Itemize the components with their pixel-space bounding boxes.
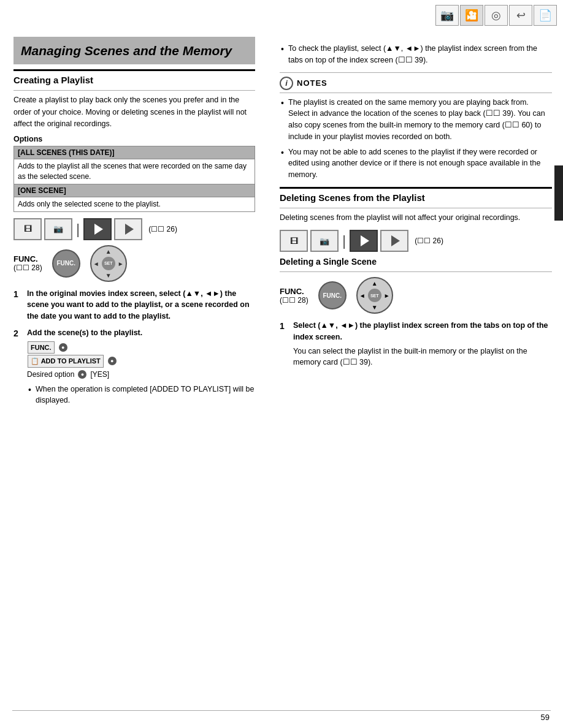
icon-row-ref-2: (☐☐ 26) <box>415 237 443 245</box>
step-1: 1 In the original movies index screen, s… <box>13 288 255 322</box>
icon-row-ref-1: (☐☐ 26) <box>148 225 177 233</box>
step-1-text: In the original movies index screen, sel… <box>27 289 250 321</box>
func-inline-box: FUNC. <box>28 341 55 354</box>
deleting-divider <box>280 187 552 189</box>
icon-camera-2: 📷 <box>310 230 339 252</box>
main-divider <box>13 69 255 71</box>
step-r1-text: Select (▲▼, ◄►) the playlist index scree… <box>293 321 548 341</box>
deleting-playlist-heading: Deleting Scenes from the Playlist <box>280 192 552 203</box>
func-ref-1: (☐☐ 28) <box>13 264 42 272</box>
deleting-playlist-body: Deleting scenes from the playlist will n… <box>280 212 552 224</box>
func-label-2: FUNC. <box>280 287 308 296</box>
step-2-bullet-1: When the operation is completed [ADDED T… <box>27 384 255 407</box>
step-2-content: Add the scene(s) to the playlist. FUNC. … <box>27 327 255 410</box>
note-2: You may not be able to add scenes to the… <box>280 146 552 181</box>
deleting-single-heading: Deleting a Single Scene <box>280 257 552 267</box>
right-top-bullets: To check the playlist, select (▲▼, ◄►) t… <box>280 43 552 66</box>
info-icon: i <box>280 77 293 90</box>
step-r1-body: You can select the playlist in the built… <box>293 346 552 369</box>
right-bullet-1: To check the playlist, select (▲▼, ◄►) t… <box>280 43 552 66</box>
icon-camera: 📷 <box>44 218 72 240</box>
top-icon-back[interactable]: ↩ <box>509 5 532 26</box>
add-playlist-box: 📋 ADD TO PLAYLIST <box>28 355 104 368</box>
circle-2: ● <box>108 357 117 365</box>
option-1-header: [ALL SCENES (THIS DATE)] <box>14 146 255 159</box>
func-row-2: FUNC. (☐☐ 28) FUNC. ▲ ▼ ◄ ► SET <box>280 277 552 314</box>
arrow-down-1: ▼ <box>105 272 112 279</box>
substep-3: Desired option ● [YES] <box>27 369 255 380</box>
option-row-1-body: Adds to the playlist all the scenes that… <box>14 159 255 184</box>
arrow-up-1: ▲ <box>105 248 112 255</box>
top-icon-circle[interactable]: ◎ <box>484 5 508 26</box>
section-title-box: Managing Scenes and the Memory <box>13 37 255 64</box>
separator-1: | <box>76 221 80 238</box>
icon-film-2: 🎞 <box>280 230 308 252</box>
icon-play-inactive-2 <box>380 230 408 252</box>
arrow-left-1: ◄ <box>93 260 99 267</box>
option-row-2-body: Adds only the selected scene to the play… <box>14 197 255 211</box>
set-inner-2: SET <box>368 289 381 302</box>
page-number: 59 <box>541 713 550 722</box>
step-2-bullets: When the operation is completed [ADDED T… <box>27 384 255 407</box>
desired-option-text: Desired option <box>27 369 74 380</box>
step-2-heading: Add the scene(s) to the playlist. <box>27 328 142 337</box>
top-icon-video[interactable]: 🎦 <box>460 5 483 26</box>
step-r1-num: 1 <box>280 320 289 368</box>
func-button-2[interactable]: FUNC. <box>318 281 347 309</box>
left-column: Managing Scenes and the Memory Creating … <box>0 37 269 710</box>
icon-play-inactive <box>114 218 142 240</box>
sub-divider-1 <box>13 90 255 91</box>
notes-title: NOTES <box>297 78 327 88</box>
notes-divider-top <box>280 72 552 73</box>
icon-row-2: 🎞 📷 | (☐☐ 26) <box>280 230 552 252</box>
top-icon-bar: 📷 🎦 ◎ ↩ 📄 <box>435 5 557 26</box>
set-button-2[interactable]: ▲ ▼ ◄ ► SET <box>356 277 393 314</box>
arrow-down-2: ▼ <box>372 304 378 311</box>
deleting-sub-divider <box>280 208 552 208</box>
arrow-right-1: ► <box>118 260 124 267</box>
func-label-1: FUNC. <box>13 254 42 264</box>
separator-2: | <box>342 232 346 249</box>
circle-1: ● <box>59 343 67 352</box>
icon-row-1: 🎞 📷 | (☐☐ 26) <box>13 218 255 240</box>
yes-text: [YES] <box>90 369 109 380</box>
step-1-num: 1 <box>13 288 23 322</box>
option-2-header: [ONE SCENE] <box>14 184 255 197</box>
func-row-1: FUNC. (☐☐ 28) FUNC. ▲ ▼ ◄ ► SET <box>13 245 255 282</box>
creating-playlist-body: Create a playlist to play back only the … <box>13 94 255 130</box>
arrow-left-2: ◄ <box>359 292 366 299</box>
note-1: The playlist is created on the same memo… <box>280 97 552 143</box>
option-2-body: Adds only the selected scene to the play… <box>14 197 255 211</box>
options-table: [ALL SCENES (THIS DATE)] Adds to the pla… <box>13 146 255 211</box>
notes-header: i NOTES <box>280 77 552 93</box>
bottom-divider <box>12 710 551 711</box>
notes-box: i NOTES The playlist is created on the s… <box>280 77 552 181</box>
option-1-body: Adds to the playlist all the scenes that… <box>14 159 255 184</box>
top-icon-doc[interactable]: 📄 <box>534 5 557 26</box>
step-2-num: 2 <box>13 327 23 410</box>
substep-1: FUNC. ● <box>27 341 255 354</box>
page-title: Managing Scenes and the Memory <box>21 43 248 58</box>
set-button-1[interactable]: ▲ ▼ ◄ ► SET <box>90 245 127 282</box>
icon-play-active <box>83 218 112 240</box>
icon-film: 🎞 <box>13 218 42 240</box>
single-scene-divider <box>280 271 552 272</box>
substep-2: 📋 ADD TO PLAYLIST ● <box>27 355 255 368</box>
top-icon-photo[interactable]: 📷 <box>435 5 459 26</box>
step-r1-content: Select (▲▼, ◄►) the playlist index scree… <box>293 320 552 368</box>
func-button-1[interactable]: FUNC. <box>52 249 80 278</box>
arrow-right-2: ► <box>384 292 390 299</box>
options-label: Options <box>13 135 255 143</box>
right-column: To check the playlist, select (▲▼, ◄►) t… <box>269 37 563 710</box>
arrow-up-2: ▲ <box>372 280 378 287</box>
step-r1: 1 Select (▲▼, ◄►) the playlist index scr… <box>280 320 552 368</box>
notes-list: The playlist is created on the same memo… <box>280 97 552 181</box>
func-ref-2: (☐☐ 28) <box>280 296 308 305</box>
func-btn-label-2: FUNC. <box>323 292 342 299</box>
option-row-2: [ONE SCENE] <box>14 184 255 197</box>
circle-3: ● <box>78 370 86 379</box>
step-2-substeps: FUNC. ● 📋 ADD TO PLAYLIST ● Desired opti… <box>27 341 255 380</box>
creating-playlist-heading: Creating a Playlist <box>13 75 255 85</box>
icon-play-active-2 <box>350 230 378 252</box>
step-1-content: In the original movies index screen, sel… <box>27 288 255 322</box>
